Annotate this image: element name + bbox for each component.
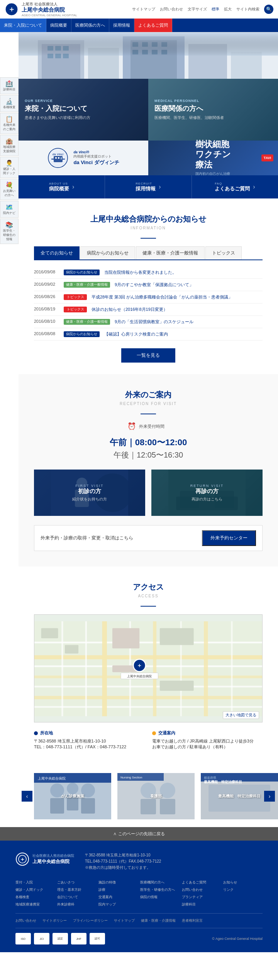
footer-link[interactable]: よくあるご質問: [182, 880, 221, 885]
main-nav: 来院・入院について 病院概要 医療関係の方へ 採用情報 よくあるご質問: [0, 19, 278, 32]
fontsize-normal[interactable]: 標準: [212, 7, 219, 12]
appointment-row: 外来予約・診療の取得・変更・取消はこちら 外来予約センター: [34, 525, 263, 551]
nav-faq[interactable]: よくあるご質問: [134, 19, 172, 32]
footer-link[interactable]: 診療: [98, 887, 138, 892]
footer-link[interactable]: リンク: [223, 887, 263, 892]
footer-link[interactable]: ごあいさつ: [57, 880, 97, 885]
news-link-2[interactable]: 9月のすこやか教室「保護拠点について」: [115, 282, 263, 288]
svg-rect-53: [61, 621, 63, 716]
footer-link[interactable]: 医学生・研修生の方へ: [140, 887, 180, 892]
info-tabs: 全てのお知らせ 病院からのお知らせ 健康・医療・介護一般情報 トピックス: [34, 246, 263, 260]
footer-link[interactable]: 各種検査: [15, 895, 55, 900]
hero-left[interactable]: OUR SERVICE 来院・入院について 患者さまやお見舞いの皆様に利用の方: [19, 79, 148, 141]
contact-link[interactable]: お問い合わせ: [160, 7, 183, 12]
footer-bottom-link[interactable]: お問い合わせ: [15, 918, 36, 923]
davinci-brand: da Vinci®: [73, 150, 119, 154]
more-news-button[interactable]: 一覧を見る: [121, 348, 175, 363]
footer-link[interactable]: 外来診療科: [57, 902, 97, 907]
news-link-5[interactable]: 9月の「生活習慣病教室」のスケジュール: [115, 319, 263, 325]
return-visit-card[interactable]: RETURN VISIT 再診の方 再診の方はこちら: [151, 470, 263, 516]
footer-bottom: ISO JCI 認定 JHF 認可 © Ageo Central General…: [15, 928, 263, 944]
sidebar-gairaiguide[interactable]: 📋 名種外来のご案内: [0, 113, 19, 134]
news-link-1[interactable]: 当院在院情報から各変更されました。: [104, 270, 263, 275]
sidebar-student[interactable]: 📚 医学生・研修生の情報: [0, 219, 19, 244]
footer-bottom-link[interactable]: サイトマップ: [114, 918, 135, 923]
blue-banner-recruit[interactable]: RECRUIT 採用情報 ›: [105, 175, 192, 198]
footer-link[interactable]: 会計について: [57, 895, 97, 900]
davinci-icon: da Vinci: [47, 148, 69, 169]
footer-link[interactable]: 理念・基本方針: [57, 887, 97, 892]
sidebar-navi[interactable]: 🗺️ 院内ナビ: [0, 201, 19, 218]
footer-bottom-link[interactable]: 患者権利宣言: [182, 918, 203, 923]
footer-link[interactable]: 病院の情報: [140, 895, 180, 900]
sidebar-omimai[interactable]: 💐 お見舞いの方へ: [0, 179, 19, 200]
news-link-3[interactable]: 平成28年度 第3回 がん治療多職種会合討論会「がんの薬担当・患者側議」: [92, 294, 263, 300]
carousel-prev-button[interactable]: ‹: [22, 791, 32, 802]
news-badge-4: トピックス: [64, 307, 87, 312]
return-visit-label: 再診の方: [195, 488, 219, 495]
tab-topics[interactable]: トピックス: [205, 246, 242, 259]
map-link[interactable]: 大きい地図で見る: [223, 711, 259, 719]
sidebar-shinryo[interactable]: 🏥 診療科目: [0, 77, 19, 94]
carousel-item-1[interactable]: 上尾中央総合病院 がん診療施策: [34, 773, 111, 819]
footer-link[interactable]: お問い合わせ: [182, 887, 221, 892]
hero-left-subtitle: 患者さまやお見舞いの皆様に利用の方: [25, 115, 142, 120]
robot-left-panel[interactable]: da Vinci da Vinci® 内視鏡手術支援ロボット da Vinci …: [19, 141, 148, 175]
footer-link[interactable]: 施設の特徴: [98, 880, 138, 885]
footer-link[interactable]: 地域医療連携室: [15, 902, 55, 907]
footer-bottom-link[interactable]: サイトポリシー: [42, 918, 67, 923]
tab-hospital[interactable]: 病院からのお知らせ: [80, 246, 135, 259]
sidebar-kensa[interactable]: 🔬 各種検査: [0, 95, 19, 112]
appointment-button[interactable]: 外来予約センター: [202, 530, 256, 546]
reception-divider: [141, 414, 156, 414]
footer-link[interactable]: お知らせ: [223, 880, 263, 885]
hours-morning: 午前｜08:00〜12:00: [34, 437, 263, 448]
about-tag: ABOUT US: [49, 182, 69, 185]
blue-banner-about[interactable]: ABOUT US 病院概要 ›: [19, 175, 105, 198]
nav-recruit[interactable]: 採用情報: [109, 19, 134, 32]
footer-link[interactable]: 交通案内: [98, 895, 138, 900]
back-to-top[interactable]: ∧ このページの先頭に戻る: [0, 827, 278, 841]
tab-health[interactable]: 健康・医療・介護一般情報: [136, 246, 205, 259]
footer-link[interactable]: 受付・入院: [15, 880, 55, 885]
news-link-6[interactable]: 【確認】心房リスク検査のご案内: [104, 331, 263, 337]
jujo-panel[interactable]: 樹状細胞ワクチン療法 国内初の自己がん治療 TAVI: [148, 141, 278, 175]
reception-title-ja: 外来のご案内: [34, 390, 263, 400]
hero-right[interactable]: MEDICAL PERSONNEL 医療関係の方へ 医療機関、医学生、研修医、治…: [148, 79, 278, 141]
footer-bottom-link[interactable]: プライバシーポリシー: [73, 918, 108, 923]
first-visit-label: 初診の方: [78, 488, 101, 495]
map-icon: 🗺️: [2, 203, 17, 211]
robot-banner: da Vinci da Vinci® 内視鏡手術支援ロボット da Vinci …: [19, 141, 278, 175]
nav-medical[interactable]: 医療関係の方へ: [71, 19, 109, 32]
news-badge-6: 病院からのお知らせ: [64, 331, 100, 337]
news-date-5: 2016/08/10: [34, 319, 59, 324]
footer-link[interactable]: 院内マップ: [98, 902, 138, 907]
svg-rect-31: [61, 157, 62, 159]
tab-all[interactable]: 全てのお知らせ: [34, 246, 80, 259]
nav-visit[interactable]: 来院・入院について: [0, 19, 46, 32]
svg-rect-29: [55, 157, 57, 159]
nav-about[interactable]: 病院概要: [46, 19, 71, 32]
blue-banner-faq[interactable]: FAQ よくあるご質問 ›: [192, 175, 278, 198]
svg-rect-43: [34, 655, 262, 660]
carousel-item-2[interactable]: Nursing Section 看護部: [117, 773, 195, 819]
footer-bottom-link[interactable]: 健康・医療・介護情報: [141, 918, 176, 923]
fontsize-large[interactable]: 拡大: [224, 7, 232, 12]
about-label: 病院概要: [49, 185, 69, 192]
footer-link[interactable]: 診療科目: [182, 902, 221, 907]
news-link-4[interactable]: 休診のお知らせ（2016年8月19日変更）: [92, 307, 263, 312]
footer-link[interactable]: 健診・人間ドック: [15, 887, 55, 892]
sidebar-chiiki[interactable]: 🏨 地域医療支援病院: [0, 135, 19, 156]
info-divider: [141, 238, 156, 239]
footer-link[interactable]: プランティア: [182, 895, 221, 900]
sitemap-link[interactable]: サイトマップ: [132, 7, 155, 12]
sidebar-kenshin[interactable]: 👨‍⚕️ 健診・人間ドック: [0, 157, 19, 178]
hero-right-subtitle: 医療機関、医学生、研修医、治験関係者: [154, 115, 272, 120]
header-links: サイトマップ お問い合わせ 文字サイズ 標準 拡大 サイト内検索 🔍: [132, 5, 273, 14]
search-button[interactable]: 🔍: [264, 5, 273, 14]
footer-link[interactable]: 医療機関の方へ: [140, 880, 180, 885]
svg-rect-48: [34, 686, 262, 687]
carousel-next-button[interactable]: ›: [264, 791, 275, 802]
hours-row: ⏰ 外来受付時間: [34, 422, 263, 431]
first-visit-card[interactable]: FIRST VISIT 初診の方 紹介状をお持ちの方: [34, 470, 145, 516]
